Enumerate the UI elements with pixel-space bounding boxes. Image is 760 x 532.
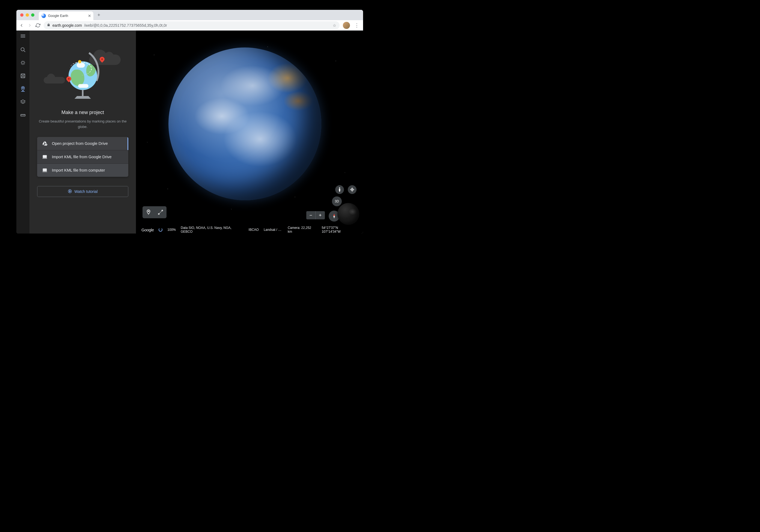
svg-point-7 <box>24 76 24 77</box>
right-top-controls <box>335 185 356 194</box>
svg-point-3 <box>22 74 22 75</box>
projects-panel: Make a new project Create beautiful pres… <box>29 30 136 234</box>
svg-point-8 <box>23 88 24 89</box>
voyager-icon[interactable] <box>20 60 26 66</box>
svg-point-18 <box>352 189 353 190</box>
measure-icon[interactable] <box>20 112 26 118</box>
my-location-icon[interactable] <box>348 185 356 194</box>
panel-title: Make a new project <box>62 110 104 115</box>
lock-icon <box>47 23 50 27</box>
window-controls <box>20 13 34 17</box>
option-label: Open project from Google Drive <box>52 141 108 146</box>
status-bar: Google 100% Data SIO, NOAA, U.S. Navy, N… <box>136 226 363 234</box>
pegman-icon[interactable] <box>335 185 344 194</box>
feeling-lucky-icon[interactable] <box>20 72 26 79</box>
back-button[interactable] <box>19 23 24 28</box>
import-kml-drive-option[interactable]: Import KML file from Google Drive <box>37 150 128 163</box>
earth-favicon-icon <box>41 14 46 18</box>
forward-button[interactable] <box>27 23 32 28</box>
laptop-icon <box>42 167 48 173</box>
earth-globe <box>168 47 321 200</box>
map-style-icon[interactable] <box>20 99 26 105</box>
google-earth-app: Make a new project Create beautiful pres… <box>16 30 363 234</box>
drive-icon <box>42 141 48 146</box>
close-tab-icon[interactable]: ✕ <box>88 14 91 18</box>
url-domain: earth.google.com <box>52 23 82 27</box>
project-options-card: Open project from Google Drive Import KM… <box>37 137 128 177</box>
address-bar[interactable]: earth.google.com/web/@0,0,0a,22251752.77… <box>44 21 340 29</box>
zoom-out-button[interactable]: − <box>306 211 315 219</box>
projects-icon[interactable] <box>20 86 26 92</box>
menu-icon[interactable] <box>20 33 26 40</box>
browser-tab-bar: Google Earth ✕ + <box>16 10 363 20</box>
svg-point-5 <box>23 75 23 76</box>
url-path: /web/@0,0,0a,22251752.77375655d,35y,0h,0… <box>84 23 167 27</box>
left-nav-rail <box>16 30 29 234</box>
svg-point-4 <box>24 74 24 75</box>
bookmark-star-icon[interactable]: ☆ <box>333 23 336 27</box>
svg-rect-11 <box>43 169 46 171</box>
browser-toolbar: earth.google.com/web/@0,0,0a,22251752.77… <box>16 20 363 30</box>
option-label: Import KML file from computer <box>52 168 105 172</box>
tab-title: Google Earth <box>48 14 68 18</box>
svg-point-0 <box>21 48 24 51</box>
map-view[interactable]: 3D − + Google 100% Data SIO, NOAA, U.S. … <box>136 30 363 234</box>
svg-rect-10 <box>43 155 46 158</box>
option-label: Import KML file from Google Drive <box>52 155 112 159</box>
open-from-drive-option[interactable]: Open project from Google Drive <box>37 137 128 150</box>
coordinates: 54°27'37"N 107°14'34"W <box>322 226 357 234</box>
loading-spinner-icon <box>159 228 163 232</box>
attribution-2: IBCAO <box>249 228 259 232</box>
profile-avatar[interactable] <box>343 22 350 29</box>
maximize-window-icon[interactable] <box>31 13 34 17</box>
search-icon[interactable] <box>20 46 26 53</box>
camera-altitude: Camera: 22,252 km <box>288 226 316 234</box>
panel-subtitle: Create beautiful presentations by markin… <box>37 119 128 129</box>
watch-tutorial-button[interactable]: Watch tutorial <box>37 186 128 197</box>
laptop-icon <box>42 154 48 159</box>
placemark-tool-button[interactable] <box>142 206 155 218</box>
svg-point-14 <box>158 214 160 215</box>
minimize-window-icon[interactable] <box>26 13 29 17</box>
close-window-icon[interactable] <box>20 13 24 17</box>
play-circle-icon <box>68 189 72 194</box>
browser-window: Google Earth ✕ + earth.google.com/web/@0… <box>16 10 363 234</box>
svg-point-16 <box>339 188 340 189</box>
zoom-in-button[interactable]: + <box>315 211 325 219</box>
overview-globe[interactable] <box>337 203 359 225</box>
3d-label: 3D <box>335 200 339 203</box>
svg-point-13 <box>148 211 149 212</box>
zoom-control: − + <box>306 211 325 219</box>
browser-menu-icon[interactable]: ⋮ <box>353 22 360 28</box>
loading-percent: 100% <box>167 228 176 232</box>
svg-point-1 <box>22 62 24 64</box>
google-logo: Google <box>141 228 154 232</box>
3d-toggle-button[interactable]: 3D <box>332 197 342 206</box>
attribution-1: Data SIO, NOAA, U.S. Navy, NGA, GEBCO <box>181 226 244 234</box>
browser-tab[interactable]: Google Earth ✕ <box>39 12 93 20</box>
path-tool-button[interactable] <box>155 206 166 218</box>
attribution-3: Landsat / C… <box>264 228 283 232</box>
reload-button[interactable] <box>35 23 40 28</box>
map-tool-pill <box>142 206 166 218</box>
svg-point-15 <box>162 210 163 211</box>
tutorial-label: Watch tutorial <box>74 189 97 194</box>
globe-illustration <box>46 47 119 102</box>
import-kml-computer-option[interactable]: Import KML file from computer <box>37 163 128 177</box>
new-tab-button[interactable]: + <box>95 11 103 19</box>
svg-point-6 <box>22 76 22 77</box>
